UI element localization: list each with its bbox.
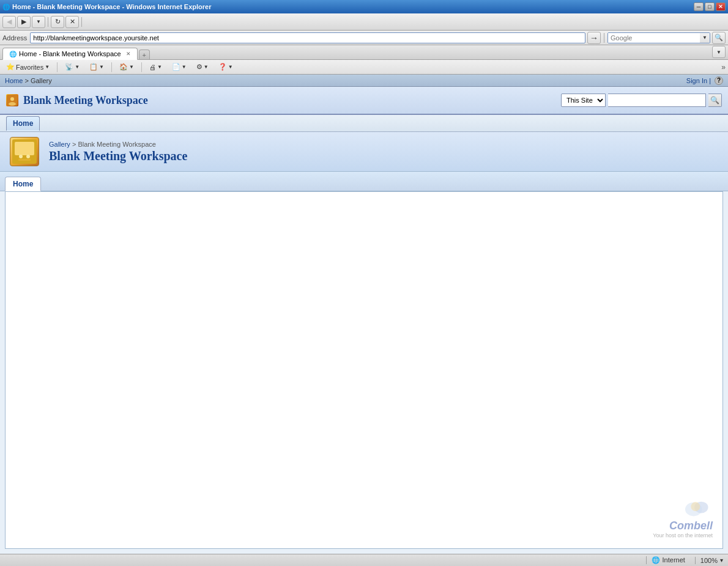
home-toolbar-button[interactable]: 🏠▼ bbox=[116, 61, 138, 73]
sign-in-link[interactable]: Sign In | bbox=[686, 77, 711, 84]
breadcrumb-gallery: Gallery bbox=[31, 77, 52, 84]
page-icon: 📄 bbox=[172, 63, 180, 71]
home-dropdown-icon: ▼ bbox=[129, 64, 134, 70]
tab-right-controls: ▼ bbox=[712, 46, 726, 59]
zoom-level: 100% bbox=[700, 557, 718, 564]
forward-button[interactable]: ▶ bbox=[17, 16, 31, 28]
nav-dropdown-button[interactable]: ▼ bbox=[32, 16, 45, 28]
sp-header: Blank Meeting Workspace This Site 🔍 bbox=[0, 87, 728, 115]
ie-secondary-toolbar: ⭐ Favorites ▼ 📡 ▼ 📋 ▼ 🏠▼ 🖨▼ 📄▼ ⚙▼ ❓▼ » bbox=[0, 60, 728, 75]
gallery-icon bbox=[10, 137, 39, 166]
address-bar: Address → ▼ 🔍 bbox=[0, 31, 728, 45]
content-tabs: Home bbox=[0, 172, 728, 191]
print-icon: 🖨 bbox=[149, 64, 156, 71]
history-button[interactable]: 📋 ▼ bbox=[86, 61, 108, 73]
favorites-button[interactable]: ⭐ Favorites ▼ bbox=[2, 61, 53, 73]
gallery-breadcrumb-separator: > bbox=[72, 141, 78, 148]
tab-close-button[interactable]: ✕ bbox=[126, 51, 131, 57]
combell-logo-icon bbox=[682, 495, 713, 520]
status-bar: 🌐 Internet 100% ▾ bbox=[0, 554, 728, 566]
toolbar2-separator-3 bbox=[141, 62, 142, 72]
zoom-dropdown-button[interactable]: ▾ bbox=[720, 557, 723, 564]
main-content-area: Combell Your host on the internet bbox=[5, 191, 723, 549]
tab-favicon: 🌐 bbox=[9, 51, 17, 57]
help-button[interactable]: ? bbox=[715, 76, 723, 85]
print-button[interactable]: 🖨▼ bbox=[146, 61, 166, 73]
sp-search-area: This Site 🔍 bbox=[561, 94, 722, 107]
toolbar-separator-2 bbox=[81, 17, 82, 27]
google-search-input[interactable] bbox=[608, 33, 700, 43]
history-dropdown-icon: ▼ bbox=[99, 64, 104, 70]
zone-text: Internet bbox=[663, 556, 685, 564]
address-input[interactable] bbox=[30, 32, 585, 43]
svg-point-1 bbox=[10, 97, 14, 101]
close-button[interactable]: ✕ bbox=[716, 2, 726, 11]
feeds-button[interactable]: 📡 ▼ bbox=[61, 61, 83, 73]
sp-topbar: Home > Gallery Sign In | ? bbox=[0, 75, 728, 87]
tab-list-button[interactable]: ▼ bbox=[712, 46, 726, 58]
gallery-title-area: Gallery > Blank Meeting Workspace Blank … bbox=[49, 141, 187, 163]
gallery-breadcrumb-page: Blank Meeting Workspace bbox=[78, 141, 156, 148]
tab-label: Home - Blank Meeting Workspace bbox=[19, 50, 121, 57]
sp-content: Gallery > Blank Meeting Workspace Blank … bbox=[0, 132, 728, 554]
page-dropdown-icon: ▼ bbox=[182, 64, 187, 70]
toolbar2-separator-2 bbox=[111, 62, 112, 72]
svg-point-6 bbox=[26, 155, 30, 158]
print-dropdown-icon: ▼ bbox=[157, 64, 162, 70]
tab-home[interactable]: Home bbox=[5, 177, 41, 191]
sp-search-input[interactable] bbox=[608, 94, 706, 107]
status-zone: 🌐 Internet bbox=[646, 556, 689, 564]
breadcrumb-separator-1: > bbox=[24, 77, 30, 84]
toolbar-separator-1 bbox=[48, 17, 48, 27]
back-button[interactable]: ◀ bbox=[2, 16, 16, 28]
active-browser-tab[interactable]: 🌐 Home - Blank Meeting Workspace ✕ bbox=[2, 48, 138, 60]
favorites-label: Favorites bbox=[16, 64, 43, 71]
help-icon: ❓ bbox=[218, 63, 227, 71]
status-right: 🌐 Internet 100% ▾ bbox=[646, 556, 723, 564]
breadcrumb: Home > Gallery bbox=[5, 77, 52, 84]
titlebar: 🌐 Home - Blank Meeting Workspace - Windo… bbox=[0, 0, 728, 13]
feeds-icon: 📡 bbox=[65, 63, 73, 71]
favorites-dropdown-icon: ▼ bbox=[45, 64, 50, 70]
sp-topbar-right: Sign In | ? bbox=[686, 76, 723, 85]
help-toolbar-button[interactable]: ❓▼ bbox=[215, 61, 237, 73]
sharepoint-page: Home > Gallery Sign In | ? Blank Meeting… bbox=[0, 75, 728, 554]
toolbar-separator-3 bbox=[604, 33, 604, 43]
nav-home-item[interactable]: Home bbox=[6, 116, 40, 131]
gallery-title: Blank Meeting Workspace bbox=[49, 149, 187, 163]
stop-button[interactable]: ✕ bbox=[65, 16, 79, 28]
history-icon: 📋 bbox=[89, 63, 98, 71]
site-title-area: Blank Meeting Workspace bbox=[6, 94, 148, 107]
new-tab-button[interactable]: + bbox=[139, 50, 150, 59]
search-box: ▼ bbox=[607, 32, 710, 43]
titlebar-icon: 🌐 bbox=[2, 4, 10, 10]
address-label: Address bbox=[2, 34, 27, 42]
address-go-button[interactable]: → bbox=[587, 32, 601, 44]
expand-button[interactable]: » bbox=[721, 63, 726, 72]
search-dropdown-button[interactable]: ▼ bbox=[700, 32, 710, 43]
tools-icon: ⚙ bbox=[196, 63, 202, 71]
breadcrumb-home-link[interactable]: Home bbox=[5, 77, 23, 84]
svg-rect-7 bbox=[18, 159, 31, 161]
gallery-breadcrumb: Gallery > Blank Meeting Workspace bbox=[49, 141, 187, 148]
toolbar2-separator-1 bbox=[57, 62, 58, 72]
svg-point-5 bbox=[19, 155, 23, 158]
gallery-breadcrumb-gallery-link[interactable]: Gallery bbox=[49, 141, 70, 148]
svg-rect-4 bbox=[15, 142, 34, 155]
help-dropdown-icon: ▼ bbox=[228, 64, 233, 70]
page-button[interactable]: 📄▼ bbox=[168, 61, 190, 73]
star-icon: ⭐ bbox=[6, 63, 15, 71]
combell-tagline: Your host on the internet bbox=[653, 532, 713, 538]
svg-point-10 bbox=[691, 502, 700, 511]
search-scope-dropdown[interactable]: This Site bbox=[561, 94, 606, 107]
minimize-button[interactable]: ─ bbox=[694, 2, 704, 11]
sp-navbar: Home bbox=[0, 115, 728, 132]
sp-search-button[interactable]: 🔍 bbox=[708, 94, 722, 107]
refresh-button[interactable]: ↻ bbox=[51, 16, 64, 28]
maximize-button[interactable]: □ bbox=[705, 2, 715, 11]
combell-name: Combell bbox=[669, 520, 713, 532]
tools-button[interactable]: ⚙▼ bbox=[193, 61, 212, 73]
search-submit-button[interactable]: 🔍 bbox=[712, 32, 726, 44]
tab-bar: 🌐 Home - Blank Meeting Workspace ✕ + ▼ bbox=[0, 45, 728, 60]
status-zoom: 100% ▾ bbox=[695, 557, 723, 564]
